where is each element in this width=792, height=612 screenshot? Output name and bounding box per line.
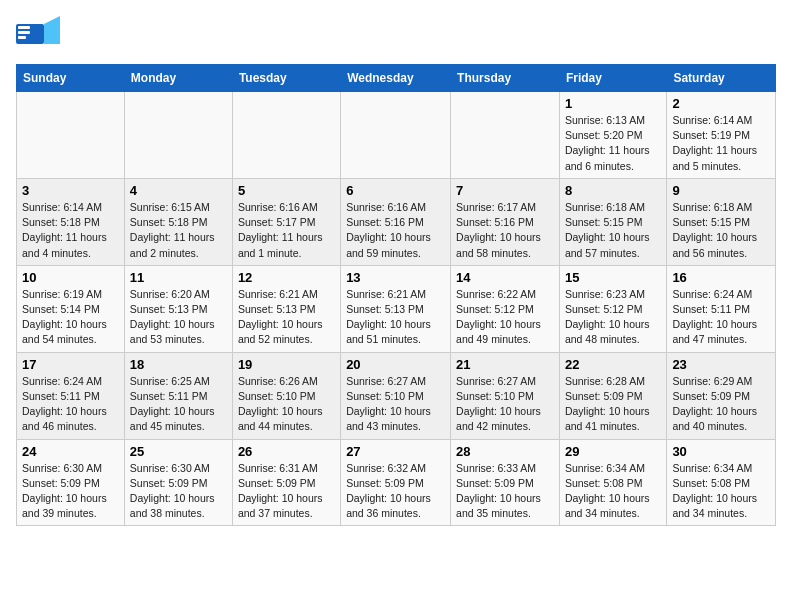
calendar-cell <box>124 92 232 179</box>
calendar-cell: 18Sunrise: 6:25 AM Sunset: 5:11 PM Dayli… <box>124 352 232 439</box>
day-info: Sunrise: 6:13 AM Sunset: 5:20 PM Dayligh… <box>565 113 661 174</box>
logo <box>16 16 64 52</box>
calendar-cell: 1Sunrise: 6:13 AM Sunset: 5:20 PM Daylig… <box>559 92 666 179</box>
page-header <box>16 16 776 52</box>
day-info: Sunrise: 6:26 AM Sunset: 5:10 PM Dayligh… <box>238 374 335 435</box>
calendar-week-row: 17Sunrise: 6:24 AM Sunset: 5:11 PM Dayli… <box>17 352 776 439</box>
weekday-header: Tuesday <box>232 65 340 92</box>
calendar-cell: 23Sunrise: 6:29 AM Sunset: 5:09 PM Dayli… <box>667 352 776 439</box>
calendar-cell: 24Sunrise: 6:30 AM Sunset: 5:09 PM Dayli… <box>17 439 125 526</box>
day-number: 8 <box>565 183 661 198</box>
day-info: Sunrise: 6:14 AM Sunset: 5:19 PM Dayligh… <box>672 113 770 174</box>
svg-rect-2 <box>18 26 30 29</box>
calendar-cell: 3Sunrise: 6:14 AM Sunset: 5:18 PM Daylig… <box>17 178 125 265</box>
day-number: 7 <box>456 183 554 198</box>
day-number: 13 <box>346 270 445 285</box>
day-number: 16 <box>672 270 770 285</box>
calendar-cell: 2Sunrise: 6:14 AM Sunset: 5:19 PM Daylig… <box>667 92 776 179</box>
weekday-header: Sunday <box>17 65 125 92</box>
day-info: Sunrise: 6:21 AM Sunset: 5:13 PM Dayligh… <box>346 287 445 348</box>
day-info: Sunrise: 6:31 AM Sunset: 5:09 PM Dayligh… <box>238 461 335 522</box>
calendar-cell: 22Sunrise: 6:28 AM Sunset: 5:09 PM Dayli… <box>559 352 666 439</box>
day-info: Sunrise: 6:20 AM Sunset: 5:13 PM Dayligh… <box>130 287 227 348</box>
day-info: Sunrise: 6:14 AM Sunset: 5:18 PM Dayligh… <box>22 200 119 261</box>
logo-icon <box>16 16 60 52</box>
calendar-cell <box>451 92 560 179</box>
calendar-cell: 28Sunrise: 6:33 AM Sunset: 5:09 PM Dayli… <box>451 439 560 526</box>
calendar-week-row: 10Sunrise: 6:19 AM Sunset: 5:14 PM Dayli… <box>17 265 776 352</box>
day-number: 20 <box>346 357 445 372</box>
calendar-cell: 13Sunrise: 6:21 AM Sunset: 5:13 PM Dayli… <box>341 265 451 352</box>
day-number: 28 <box>456 444 554 459</box>
day-info: Sunrise: 6:34 AM Sunset: 5:08 PM Dayligh… <box>672 461 770 522</box>
day-number: 27 <box>346 444 445 459</box>
calendar-cell: 16Sunrise: 6:24 AM Sunset: 5:11 PM Dayli… <box>667 265 776 352</box>
calendar-week-row: 24Sunrise: 6:30 AM Sunset: 5:09 PM Dayli… <box>17 439 776 526</box>
calendar-cell: 20Sunrise: 6:27 AM Sunset: 5:10 PM Dayli… <box>341 352 451 439</box>
calendar-cell: 11Sunrise: 6:20 AM Sunset: 5:13 PM Dayli… <box>124 265 232 352</box>
day-info: Sunrise: 6:33 AM Sunset: 5:09 PM Dayligh… <box>456 461 554 522</box>
day-info: Sunrise: 6:15 AM Sunset: 5:18 PM Dayligh… <box>130 200 227 261</box>
calendar-cell: 8Sunrise: 6:18 AM Sunset: 5:15 PM Daylig… <box>559 178 666 265</box>
day-info: Sunrise: 6:28 AM Sunset: 5:09 PM Dayligh… <box>565 374 661 435</box>
day-number: 2 <box>672 96 770 111</box>
day-info: Sunrise: 6:17 AM Sunset: 5:16 PM Dayligh… <box>456 200 554 261</box>
day-info: Sunrise: 6:18 AM Sunset: 5:15 PM Dayligh… <box>672 200 770 261</box>
day-number: 6 <box>346 183 445 198</box>
calendar-table: SundayMondayTuesdayWednesdayThursdayFrid… <box>16 64 776 526</box>
day-info: Sunrise: 6:16 AM Sunset: 5:16 PM Dayligh… <box>346 200 445 261</box>
day-number: 24 <box>22 444 119 459</box>
day-number: 23 <box>672 357 770 372</box>
calendar-week-row: 1Sunrise: 6:13 AM Sunset: 5:20 PM Daylig… <box>17 92 776 179</box>
day-number: 9 <box>672 183 770 198</box>
day-info: Sunrise: 6:24 AM Sunset: 5:11 PM Dayligh… <box>22 374 119 435</box>
calendar-cell: 19Sunrise: 6:26 AM Sunset: 5:10 PM Dayli… <box>232 352 340 439</box>
weekday-header: Friday <box>559 65 666 92</box>
calendar-cell: 15Sunrise: 6:23 AM Sunset: 5:12 PM Dayli… <box>559 265 666 352</box>
day-info: Sunrise: 6:29 AM Sunset: 5:09 PM Dayligh… <box>672 374 770 435</box>
day-info: Sunrise: 6:32 AM Sunset: 5:09 PM Dayligh… <box>346 461 445 522</box>
day-number: 5 <box>238 183 335 198</box>
day-number: 17 <box>22 357 119 372</box>
day-info: Sunrise: 6:19 AM Sunset: 5:14 PM Dayligh… <box>22 287 119 348</box>
day-info: Sunrise: 6:34 AM Sunset: 5:08 PM Dayligh… <box>565 461 661 522</box>
day-info: Sunrise: 6:22 AM Sunset: 5:12 PM Dayligh… <box>456 287 554 348</box>
calendar-header-row: SundayMondayTuesdayWednesdayThursdayFrid… <box>17 65 776 92</box>
calendar-cell: 12Sunrise: 6:21 AM Sunset: 5:13 PM Dayli… <box>232 265 340 352</box>
weekday-header: Wednesday <box>341 65 451 92</box>
day-info: Sunrise: 6:27 AM Sunset: 5:10 PM Dayligh… <box>456 374 554 435</box>
calendar-cell: 26Sunrise: 6:31 AM Sunset: 5:09 PM Dayli… <box>232 439 340 526</box>
svg-rect-3 <box>18 31 30 34</box>
calendar-cell: 10Sunrise: 6:19 AM Sunset: 5:14 PM Dayli… <box>17 265 125 352</box>
day-info: Sunrise: 6:21 AM Sunset: 5:13 PM Dayligh… <box>238 287 335 348</box>
day-number: 15 <box>565 270 661 285</box>
day-number: 10 <box>22 270 119 285</box>
day-number: 4 <box>130 183 227 198</box>
day-info: Sunrise: 6:23 AM Sunset: 5:12 PM Dayligh… <box>565 287 661 348</box>
calendar-cell: 6Sunrise: 6:16 AM Sunset: 5:16 PM Daylig… <box>341 178 451 265</box>
calendar-cell: 17Sunrise: 6:24 AM Sunset: 5:11 PM Dayli… <box>17 352 125 439</box>
day-info: Sunrise: 6:24 AM Sunset: 5:11 PM Dayligh… <box>672 287 770 348</box>
calendar-cell: 5Sunrise: 6:16 AM Sunset: 5:17 PM Daylig… <box>232 178 340 265</box>
day-number: 26 <box>238 444 335 459</box>
day-number: 14 <box>456 270 554 285</box>
svg-rect-4 <box>18 36 26 39</box>
calendar-cell: 30Sunrise: 6:34 AM Sunset: 5:08 PM Dayli… <box>667 439 776 526</box>
day-info: Sunrise: 6:18 AM Sunset: 5:15 PM Dayligh… <box>565 200 661 261</box>
day-number: 18 <box>130 357 227 372</box>
day-info: Sunrise: 6:16 AM Sunset: 5:17 PM Dayligh… <box>238 200 335 261</box>
day-number: 21 <box>456 357 554 372</box>
day-number: 3 <box>22 183 119 198</box>
day-number: 30 <box>672 444 770 459</box>
calendar-cell: 27Sunrise: 6:32 AM Sunset: 5:09 PM Dayli… <box>341 439 451 526</box>
calendar-cell: 25Sunrise: 6:30 AM Sunset: 5:09 PM Dayli… <box>124 439 232 526</box>
calendar-cell <box>17 92 125 179</box>
calendar-cell <box>232 92 340 179</box>
weekday-header: Thursday <box>451 65 560 92</box>
day-number: 12 <box>238 270 335 285</box>
weekday-header: Saturday <box>667 65 776 92</box>
calendar-cell: 7Sunrise: 6:17 AM Sunset: 5:16 PM Daylig… <box>451 178 560 265</box>
weekday-header: Monday <box>124 65 232 92</box>
day-info: Sunrise: 6:27 AM Sunset: 5:10 PM Dayligh… <box>346 374 445 435</box>
day-number: 19 <box>238 357 335 372</box>
